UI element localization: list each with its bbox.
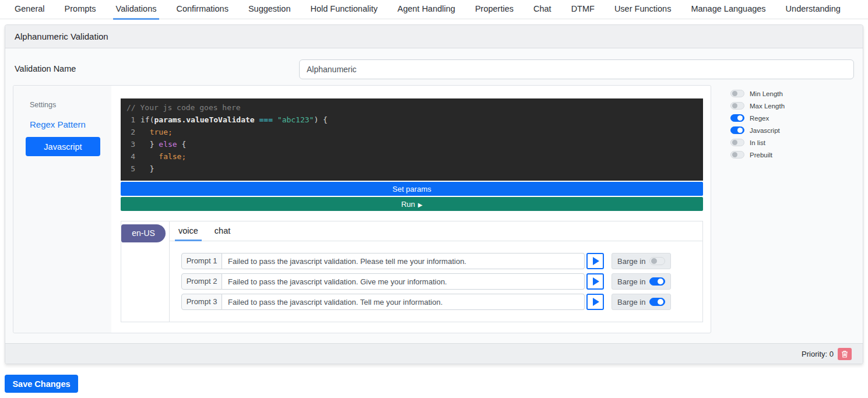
line-number: 5 [121,163,140,175]
play-icon: ▶ [418,202,423,208]
nav-tab-properties[interactable]: Properties [465,0,523,19]
js-code-editor[interactable]: // Your js code goes here 1 if(params.va… [121,98,703,181]
nav-tab-confirmations[interactable]: Confirmations [166,0,238,19]
prompts-container: en-US voice chat Prompt 1 [121,221,703,322]
barge-in-toggle[interactable] [649,277,665,286]
prompt-row-2: Prompt 2 Barge in [181,273,702,290]
card-header: Alphanumeric Validation [5,25,863,48]
save-changes-button[interactable]: Save Changes [5,375,78,393]
prompt-rows: Prompt 1 Barge in Prompt 2 [170,241,702,310]
line-number: 4 [121,150,140,163]
nav-tab-understanding[interactable]: Understanding [776,0,851,19]
toggle-label: Min Length [750,90,783,97]
code-line: 5 } [121,163,703,175]
nav-tab-suggestion[interactable]: Suggestion [238,0,301,19]
validation-name-input[interactable] [299,59,854,79]
code-token [140,150,159,163]
prompt-3-barge-in[interactable]: Barge in [612,294,671,310]
nav-tab-user-functions[interactable]: User Functions [605,0,681,19]
prompt-2-barge-in[interactable]: Barge in [612,273,671,290]
nav-tab-hold-functionality[interactable]: Hold Functionality [300,0,387,19]
min-length-toggle[interactable] [730,90,744,97]
prompt-3-label: Prompt 3 [181,294,222,310]
code-line: 1 if(params.valueToValidate === "abc123"… [121,114,703,126]
validation-editor-box: Settings Regex Pattern Javascript // You… [13,85,711,333]
code-token: if( [140,114,154,126]
regex-toggle[interactable] [730,114,744,122]
prompt-2-play-button[interactable] [586,273,604,290]
prompt-1-play-button[interactable] [586,253,604,269]
max-length-toggle[interactable] [730,102,744,110]
barge-in-toggle[interactable] [649,257,665,265]
sidebar-item-regex-pattern[interactable]: Regex Pattern [30,119,86,129]
code-token: else [159,138,177,150]
code-token [140,126,150,138]
prompt-row-3: Prompt 3 Barge in [181,294,702,310]
prompt-3-play-button[interactable] [586,294,604,310]
play-icon [593,277,599,286]
code-token: "abc123" [277,114,314,126]
prompt-3-input[interactable] [222,294,585,310]
code-token: true; [150,126,173,138]
toggle-row-regex: Regex [730,112,785,124]
language-badge: en-US [121,224,166,242]
toggle-row-max-length: Max Length [730,100,785,112]
prompt-1-input[interactable] [222,253,585,269]
channel-tabbar: voice chat [170,221,702,241]
validation-name-label: Validation Name [15,64,76,73]
javascript-toggle[interactable] [730,126,744,134]
card-footer: Priority: 0 [5,343,863,364]
tab-chat[interactable]: chat [206,221,238,241]
settings-panel: Settings Regex Pattern Javascript [13,86,111,333]
in-list-toggle[interactable] [730,139,744,146]
nav-tab-prompts[interactable]: Prompts [55,0,106,19]
prebuilt-toggle[interactable] [730,151,744,159]
tab-voice[interactable]: voice [170,221,206,241]
prompt-2-input[interactable] [222,273,585,290]
code-token [255,114,259,126]
line-number: 3 [121,138,140,150]
toggle-label: Prebuilt [750,152,772,159]
prompt-row-1: Prompt 1 Barge in [181,253,702,269]
barge-in-label: Barge in [617,277,645,286]
prompt-1-label: Prompt 1 [181,253,222,269]
nav-tab-manage-languages[interactable]: Manage Languages [681,0,775,19]
prompt-1-barge-in[interactable]: Barge in [612,253,671,269]
code-token: false; [159,150,186,163]
toggle-row-prebuilt: Prebuilt [730,149,785,161]
barge-in-label: Barge in [617,257,645,266]
prompt-content: voice chat Prompt 1 Barge in [170,221,702,322]
code-comment: // Your js code goes here [121,101,703,114]
code-line: 4 false; [121,150,703,163]
code-line: 3 } else { [121,138,703,150]
run-label: Run [401,200,415,209]
validator-toggle-list: Min Length Max Length Regex Javascript I… [730,87,785,161]
nav-tab-agent-handling[interactable]: Agent Handling [388,0,465,19]
line-number: 1 [121,114,140,126]
toggle-label: In list [750,139,765,146]
card-title: Alphanumeric Validation [15,31,108,41]
toggle-row-in-list: In list [730,136,785,149]
play-icon [593,257,599,265]
code-line: 2 true; [121,126,703,138]
nav-tab-validations[interactable]: Validations [106,0,167,19]
run-button[interactable]: Run▶ [121,197,703,211]
set-params-button[interactable]: Set params [121,182,703,196]
toggle-label: Javascript [750,127,780,134]
nav-tab-dtmf[interactable]: DTMF [561,0,605,19]
code-token: === [259,114,273,126]
code-token [273,114,277,126]
top-navigation: General Prompts Validations Confirmation… [0,0,868,19]
code-token: ) { [314,114,327,126]
validation-card: Alphanumeric Validation Validation Name … [5,24,863,364]
page: General Prompts Validations Confirmation… [0,0,868,398]
toggle-label: Regex [750,115,769,122]
delete-validation-button[interactable] [838,348,852,360]
code-token: params.valueToValidate [154,114,254,126]
editor-column: // Your js code goes here 1 if(params.va… [121,98,703,322]
line-number: 2 [121,126,140,138]
nav-tab-chat[interactable]: Chat [523,0,561,19]
barge-in-toggle[interactable] [649,298,665,306]
sidebar-item-javascript[interactable]: Javascript [26,137,100,156]
nav-tab-general[interactable]: General [5,0,55,19]
